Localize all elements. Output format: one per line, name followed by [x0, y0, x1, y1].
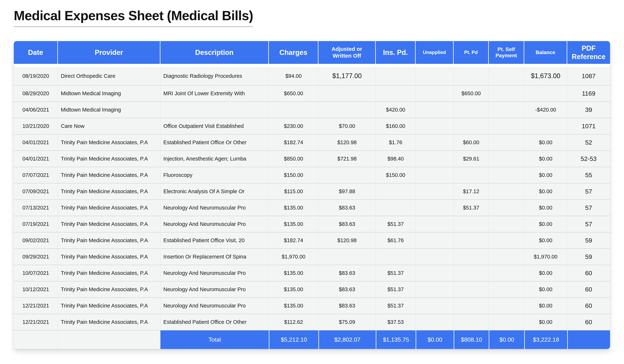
column-header-charges: Charges [269, 41, 318, 64]
cell-pdf-ref: 59 [567, 249, 610, 265]
cell-date: 10/12/2021 [14, 281, 58, 297]
cell-charges: $182.74 [269, 134, 318, 150]
cell-charges: $112.62 [269, 314, 318, 330]
cell-pt-pd [454, 281, 489, 297]
cell-date: 07/07/2021 [14, 167, 58, 183]
cell-ins-pd [376, 249, 416, 265]
cell-provider: Trinity Pain Medicine Associates, P.A [58, 150, 160, 167]
cell-charges: $182.74 [269, 232, 318, 249]
cell-balance: $0.00 [524, 199, 567, 216]
cell-pt-self [489, 265, 524, 281]
cell-pt-pd [454, 101, 489, 118]
cell-charges: $115.00 [269, 183, 318, 199]
cell-pdf-ref: 59 [567, 232, 610, 249]
cell-pt-pd [454, 216, 489, 232]
cell-ins-pd: $37.53 [376, 314, 416, 330]
cell-description: Neurology And Neuromuscular Pro [160, 281, 269, 297]
cell-description: Office Outpatient Visit Established [160, 118, 269, 134]
cell-balance: $0.00 [524, 167, 567, 183]
column-header-label: PDF Reference [569, 44, 608, 61]
cell-provider: Trinity Pain Medicine Associates, P.A [58, 232, 160, 249]
cell-pt-pd: $17.12 [454, 183, 489, 199]
cell-provider: Trinity Pain Medicine Associates, P.A [58, 249, 160, 265]
cell-pt-pd: $60.00 [454, 134, 489, 150]
cell-ins-pd: $160.00 [376, 118, 416, 134]
cell-pdf-ref: 52-53 [567, 150, 610, 167]
cell-description: Established Patient Office Or Other [160, 134, 269, 150]
column-header-label: Charges [279, 48, 307, 57]
cell-adjusted: $70.00 [318, 118, 376, 134]
cell-ins-pd: $51.37 [376, 281, 416, 297]
cell-provider: Trinity Pain Medicine Associates, P.A [58, 314, 160, 330]
cell-unapplied [416, 232, 454, 249]
cell-balance [524, 85, 567, 101]
cell-charges: $150.00 [269, 167, 318, 183]
cell-pdf-ref: 60 [567, 265, 610, 281]
cell-description: Established Patient Office Or Other [160, 314, 269, 330]
cell-balance: $0.00 [524, 183, 567, 199]
cell-pt-pd [454, 297, 489, 314]
cell-balance: $0.00 [524, 150, 567, 167]
cell-provider: Trinity Pain Medicine Associates, P.A [58, 134, 160, 150]
cell-pt-self [489, 134, 524, 150]
cell-adjusted: $721.98 [318, 150, 376, 167]
cell-charges: $850.00 [269, 150, 318, 167]
cell-ins-pd: $51.37 [376, 265, 416, 281]
cell-balance: $0.00 [524, 134, 567, 150]
cell-pt-pd [454, 167, 489, 183]
cell-pt-self [489, 167, 524, 183]
cell-pdf-ref: 60 [567, 314, 610, 330]
cell-unapplied [416, 118, 454, 134]
cell-pt-pd [454, 67, 489, 85]
cell-pdf-ref: 57 [567, 183, 610, 199]
cell-pt-pd [454, 265, 489, 281]
cell-balance [524, 118, 567, 134]
cell-charges: $650.00 [269, 85, 318, 101]
cell-description: Neurology And Neuromuscular Pro [160, 199, 269, 216]
cell-provider: Midtown Medical Imaging [58, 85, 160, 101]
cell-unapplied [416, 297, 454, 314]
cell-pdf-ref: 39 [567, 101, 610, 118]
cell-unapplied [416, 281, 454, 297]
cell-charges: $94.00 [269, 67, 318, 85]
cell-balance: $0.00 [524, 216, 567, 232]
column-header-balance: Balance [524, 41, 567, 64]
cell-provider: Trinity Pain Medicine Associates, P.A [58, 167, 160, 183]
cell-pt-pd: $29.61 [454, 150, 489, 167]
cell-description: Fluoroscopy [160, 167, 269, 183]
cell-pt-self [489, 150, 524, 167]
cell-date: 09/29/2021 [14, 249, 58, 265]
expenses-table: Date Provider Description Charges Adjust… [14, 41, 610, 349]
cell-pt-self [489, 199, 524, 216]
cell-ins-pd: $420.00 [376, 101, 416, 118]
cell-adjusted: $83.63 [318, 281, 376, 297]
cell-ins-pd [376, 199, 416, 216]
cell-adjusted: $83.63 [318, 297, 376, 314]
cell-description: MRI Joint Of Lower Extremity With [160, 85, 269, 101]
column-header-adjusted: Adjusted or Written Off [318, 41, 376, 64]
cell-balance: $0.00 [524, 232, 567, 249]
cell-adjusted: $83.63 [318, 216, 376, 232]
cell-charges: $135.00 [269, 281, 318, 297]
cell-unapplied [416, 85, 454, 101]
cell-unapplied [416, 134, 454, 150]
title-wrap: Medical Expenses Sheet (Medical Bills) [14, 8, 624, 27]
cell-ins-pd: $51.37 [376, 216, 416, 232]
total-pt-self: $0.00 [489, 330, 524, 349]
cell-adjusted [318, 101, 376, 118]
cell-pt-self [489, 297, 524, 314]
cell-ins-pd [376, 67, 416, 85]
cell-provider: Trinity Pain Medicine Associates, P.A [58, 265, 160, 281]
cell-provider: Trinity Pain Medicine Associates, P.A [58, 216, 160, 232]
cell-date: 04/01/2021 [14, 134, 58, 150]
column-header-description: Description [160, 41, 269, 64]
cell-charges: $1,970.00 [269, 249, 318, 265]
cell-charges: $135.00 [269, 297, 318, 314]
cell-ins-pd [376, 183, 416, 199]
cell-adjusted [318, 85, 376, 101]
cell-unapplied [416, 249, 454, 265]
cell-pt-self [489, 232, 524, 249]
cell-pt-self [489, 249, 524, 265]
cell-unapplied [416, 216, 454, 232]
cell-adjusted: $83.63 [318, 265, 376, 281]
